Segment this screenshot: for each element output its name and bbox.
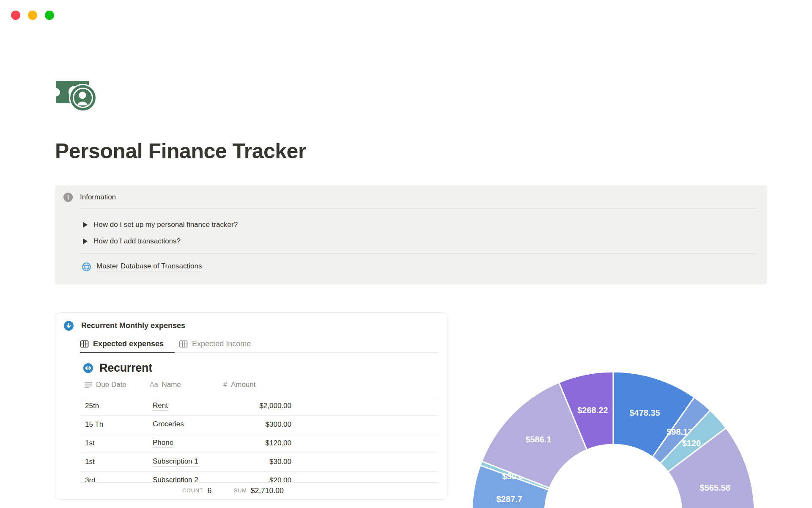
table-row[interactable]: 1st Phone $120.00 [80, 434, 438, 453]
table-aggregate-footer: COUNT 6 SUM $2,710.00 [55, 482, 447, 499]
count-value: 6 [207, 486, 211, 495]
amount-cell[interactable]: $120.00 [224, 434, 291, 453]
notion-personal-finance-page: { "window": { "controls": ["close", "min… [0, 0, 812, 508]
arrows-left-right-circle-icon [83, 363, 93, 373]
card-title: Recurrent Monthly expenses [81, 321, 185, 330]
donut-segment-label: $268.22 [577, 406, 608, 415]
tab-label[interactable]: Expected expenses [93, 340, 164, 348]
count-aggregate[interactable]: COUNT 6 [182, 482, 211, 499]
number-icon: # [223, 381, 227, 389]
due-date-cell[interactable]: 25th [85, 397, 99, 415]
column-due-date[interactable]: Due Date [84, 381, 126, 389]
tab-expected-expenses[interactable]: Expected expenses [80, 340, 164, 348]
donut-segment-label: $586.1 [525, 435, 551, 444]
table-row[interactable]: 1st Subscription 1 $30.00 [80, 453, 438, 471]
view-tabs: Expected expenses Expected Income [80, 337, 251, 351]
expenses-donut-chart: $478.35$98.17$120$565.58$287.7$30.68$586… [457, 360, 778, 508]
window-controls [11, 11, 54, 20]
minimize-window-icon[interactable] [28, 11, 37, 20]
recurrent-expenses-card: Recurrent Monthly expenses Expected expe… [55, 312, 447, 500]
toggle-label[interactable]: How do I set up my personal finance trac… [93, 221, 238, 229]
toggle-add-transactions-question[interactable]: How do I add transactions? [83, 236, 181, 247]
recurrent-section-header: Recurrent [83, 362, 152, 375]
divider [80, 208, 757, 209]
column-label[interactable]: Name [162, 381, 181, 389]
amount-cell[interactable]: $30.00 [224, 453, 291, 471]
due-date-cell[interactable]: 15 Th [85, 415, 103, 434]
name-cell[interactable]: Subscription 1 [153, 453, 198, 471]
table-column-headers: Due Date Aa Name # Amount [55, 381, 447, 397]
donut-segment-label: $120 [682, 439, 701, 448]
column-label[interactable]: Due Date [96, 381, 126, 389]
callout-title: Information [80, 193, 116, 202]
tab-label[interactable]: Expected Income [192, 340, 251, 348]
count-label: COUNT [182, 488, 203, 494]
sum-value: $2,710.00 [251, 486, 284, 495]
zoom-window-icon[interactable] [45, 11, 54, 20]
divider [80, 253, 757, 254]
due-date-cell[interactable]: 1st [85, 453, 95, 471]
close-window-icon[interactable] [11, 11, 20, 20]
name-cell[interactable]: Phone [153, 434, 173, 453]
title-icon: Aa [150, 381, 158, 389]
table-row[interactable]: 15 Th Groceries $300.00 [80, 415, 438, 434]
section-title: Recurrent [99, 362, 152, 375]
column-name[interactable]: Aa Name [150, 381, 181, 389]
name-cell[interactable]: Rent [153, 397, 168, 415]
table-row[interactable]: 25th Rent $2,000.00 [80, 397, 438, 415]
amount-cell[interactable]: $300.00 [224, 415, 291, 434]
master-database-link[interactable]: Master Database of Transactions [96, 262, 202, 271]
amount-cell[interactable]: $2,000.00 [224, 397, 291, 415]
table-icon [179, 340, 188, 348]
active-tab-underline [80, 352, 175, 353]
info-icon: i [63, 193, 73, 202]
sum-aggregate[interactable]: SUM $2,710.00 [234, 482, 284, 499]
page-title[interactable]: Personal Finance Tracker [55, 139, 306, 163]
column-amount[interactable]: # Amount [223, 381, 256, 389]
toggle-label[interactable]: How do I add transactions? [93, 237, 181, 246]
column-label[interactable]: Amount [231, 381, 256, 389]
master-database-link-row[interactable]: Master Database of Transactions [82, 261, 202, 272]
toggle-setup-question[interactable]: How do I set up my personal finance trac… [83, 219, 238, 230]
due-date-cell[interactable]: 1st [85, 434, 95, 453]
donut-segment-label: $478.35 [629, 408, 660, 417]
donut-segment-label: $287.7 [497, 494, 522, 504]
arrow-down-circle-icon [64, 321, 74, 331]
toggle-triangle-icon[interactable] [83, 222, 88, 228]
name-cell[interactable]: Groceries [153, 415, 184, 434]
money-banknote-coin-icon[interactable] [56, 77, 100, 111]
globe-icon [82, 262, 91, 272]
toggle-triangle-icon[interactable] [83, 238, 88, 244]
callout-header: i Information [63, 193, 116, 202]
sum-label: SUM [234, 488, 247, 494]
tab-expected-income[interactable]: Expected Income [179, 340, 251, 348]
text-lines-icon [84, 381, 92, 388]
card-header: Recurrent Monthly expenses [64, 321, 185, 331]
donut-segment-label: $565.58 [700, 483, 730, 492]
table-icon [80, 340, 89, 348]
information-callout: i Information How do I set up my persona… [55, 185, 767, 284]
